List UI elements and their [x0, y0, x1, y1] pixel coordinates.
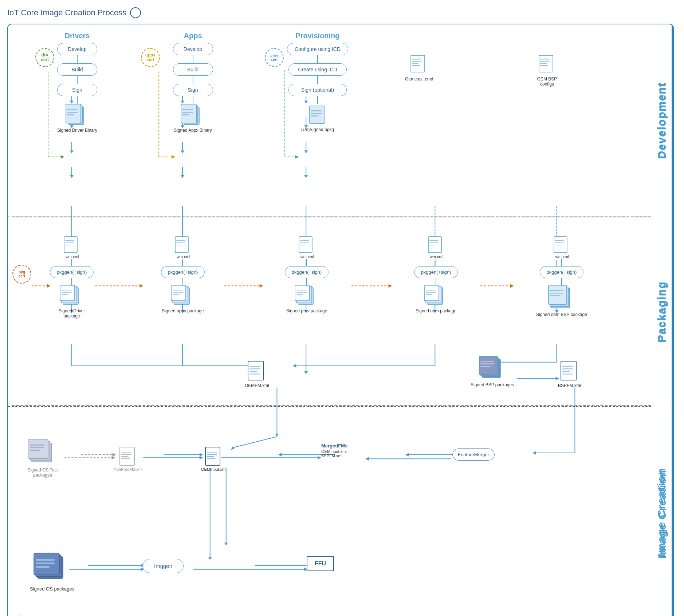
oemfm-xml-group: OEMFM.xml — [245, 359, 269, 388]
signed-os-packages-label: Signed OS packages — [30, 586, 74, 592]
imggen-box: Imggen — [143, 559, 184, 573]
svg-rect-128 — [412, 59, 421, 60]
svg-rect-214 — [121, 456, 129, 457]
bspfm-xml-icon — [559, 359, 580, 383]
signed-prov-pkg-icon — [295, 285, 319, 307]
svg-rect-217 — [207, 452, 217, 453]
svg-rect-169 — [429, 242, 438, 243]
signed-appx-pkg-label: Signed appx package — [162, 308, 204, 313]
svg-rect-148 — [176, 240, 185, 241]
svg-marker-236 — [208, 557, 212, 560]
svg-rect-212 — [121, 452, 131, 453]
svg-rect-113 — [66, 104, 81, 123]
svg-rect-114 — [67, 109, 78, 110]
signed-oem-pkg-icon — [424, 285, 448, 307]
svg-rect-213 — [121, 454, 131, 455]
pkggen-3-box: pkggen(+sign) — [285, 266, 329, 278]
svg-rect-225 — [36, 562, 55, 564]
svg-rect-209 — [30, 447, 44, 448]
prov-sign-box: Sign (optional) — [288, 84, 347, 96]
feature-merger-box: FeatureMerger — [452, 449, 495, 461]
apps-column: appx cert Apps Develop Build Sign — [143, 32, 223, 133]
signed-appx-binary-label: Signed Appx Binary — [174, 128, 212, 133]
svg-rect-175 — [426, 292, 436, 293]
svg-rect-115 — [67, 112, 78, 113]
svg-rect-186 — [550, 295, 560, 296]
svg-rect-203 — [562, 371, 570, 372]
svg-rect-201 — [562, 366, 573, 367]
wm-xml-1-label: .wm.xml — [64, 254, 79, 259]
oeminput-left-icon — [204, 446, 223, 467]
signed-prov-pkg-label: Signed prov package — [286, 308, 327, 313]
feature-merger-group: FeatureMerger — [452, 449, 495, 461]
wm-xml-4-label: .wm.xml — [429, 254, 443, 259]
signed-bsp-packages-icon — [479, 356, 506, 380]
svg-rect-126 — [311, 115, 318, 117]
svg-rect-184 — [550, 290, 563, 291]
svg-rect-145 — [62, 292, 72, 293]
merged-fms-oeminput-item: OEMInput.xml — [321, 449, 347, 454]
signed-os-packages-group: Signed OS packages — [30, 552, 74, 592]
apps-develop-box: Develop — [173, 43, 213, 55]
signed-appx-binary-icon — [181, 104, 205, 126]
unsigned-ppkg-icon — [308, 104, 328, 125]
svg-rect-159 — [300, 242, 309, 243]
drivers-sign-box: Sign — [57, 84, 97, 96]
svg-rect-121 — [182, 112, 193, 113]
nonprodfm-xml-label: NonProdFM.xml — [114, 467, 142, 471]
apps-header: Apps — [184, 32, 202, 40]
provisioning-header: Provisioning — [295, 32, 339, 40]
development-right-label: Development — [652, 24, 673, 217]
apps-sign-box: Sign — [173, 84, 213, 96]
svg-rect-185 — [550, 293, 563, 294]
svg-rect-163 — [295, 285, 310, 301]
svg-rect-139 — [65, 242, 74, 243]
oembsp-column: OEM BSP configs — [532, 54, 562, 87]
pkg-wm-xml-4-icon — [427, 236, 445, 254]
prov-create-box: Create using ICD — [288, 63, 347, 76]
svg-rect-220 — [207, 458, 216, 459]
svg-rect-160 — [300, 245, 306, 245]
image-creation-right-label: Image Creation — [652, 407, 673, 616]
svg-rect-131 — [412, 65, 420, 66]
signed-appx-pkg-icon — [171, 285, 195, 307]
pkg-apps-col: .wm.xml pkggen(+sign) Signed appx packag… — [161, 236, 205, 313]
oem-bsp-configs-icon — [537, 54, 557, 75]
bspfm-xml-label: BSPFM.xml — [558, 383, 581, 388]
pkg-prov-col: .wm.xml pkggen(+sign) Signed prov packag… — [285, 236, 329, 313]
svg-rect-129 — [412, 61, 421, 62]
svg-rect-119 — [181, 104, 196, 123]
svg-rect-189 — [248, 361, 263, 380]
pkg-oem-col: .wm.xml pkggen(+sign) Signed oem package — [414, 236, 458, 313]
signed-driver-pkg-label: Signed Driver package — [50, 308, 94, 319]
pkggen-1-box: pkggen(+sign) — [50, 266, 94, 278]
svg-rect-190 — [249, 366, 260, 367]
pkg-cert-badge: pkg cert — [12, 265, 31, 284]
packaging-right-label: Packaging — [652, 217, 673, 407]
bspfm-xml-group: BSPFM.xml — [558, 359, 581, 388]
svg-rect-199 — [480, 366, 491, 367]
svg-rect-191 — [249, 368, 260, 370]
provisioning-column: prov cert Provisioning Configure using I… — [256, 32, 350, 132]
svg-rect-196 — [479, 356, 498, 375]
prov-configure-box: Configure using ICD — [287, 43, 348, 55]
signed-oem-bsp-pkg-icon — [548, 285, 575, 310]
ffu-box: FFU — [307, 556, 334, 571]
wm-xml-5-label: .wm.xml — [554, 254, 569, 259]
svg-rect-192 — [249, 371, 258, 372]
signed-os-test-group: Signed OS Test packages — [23, 439, 63, 478]
svg-rect-170 — [429, 245, 435, 245]
svg-rect-200 — [561, 361, 576, 380]
title-circle — [130, 7, 141, 18]
svg-rect-164 — [296, 290, 307, 291]
svg-rect-130 — [412, 63, 418, 64]
oemcust-label: Oemcust..cmd — [405, 76, 433, 82]
svg-rect-197 — [480, 361, 494, 362]
pkg-drivers-col: .wm.xml pkggen(+sign) Signed Driver pack… — [50, 236, 94, 319]
svg-rect-154 — [173, 290, 183, 291]
svg-rect-150 — [176, 245, 182, 245]
svg-rect-168 — [429, 240, 438, 241]
signed-bsp-packages-group: Signed BSP packages — [471, 356, 514, 387]
svg-rect-202 — [562, 368, 573, 370]
svg-rect-173 — [424, 285, 439, 301]
